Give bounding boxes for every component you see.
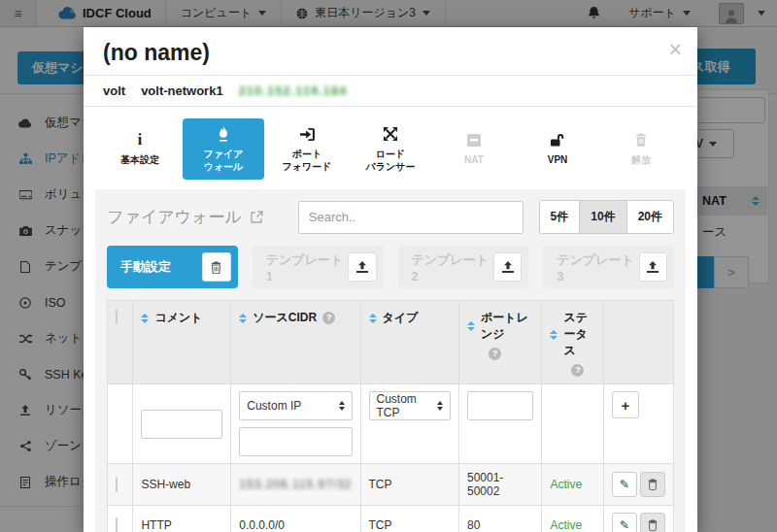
column-label: タイプ bbox=[383, 310, 419, 326]
pencil-icon: ✎ bbox=[620, 518, 629, 532]
sort-icon bbox=[550, 330, 557, 340]
rule-comment: HTTP bbox=[133, 506, 231, 532]
rule-port-range: 50001-50002 bbox=[459, 464, 542, 506]
sort-icon bbox=[239, 314, 247, 323]
template1-button[interactable]: テンプレート1 bbox=[253, 246, 384, 288]
firewall-header-row: ファイアウォール 5件 10件 20件 bbox=[107, 200, 674, 234]
rule-row-ssh-web: SSH-web 153.206.115.97/32 TCP 50001-5000… bbox=[108, 464, 674, 506]
sort-icon bbox=[467, 321, 475, 331]
tab-label: ファイア ウォール bbox=[204, 149, 244, 173]
firewall-section-title: ファイアウォール bbox=[107, 206, 263, 228]
column-label: ステータス bbox=[563, 310, 595, 359]
edit-rule-button[interactable]: ✎ bbox=[612, 472, 637, 497]
column-header-source-cidr[interactable]: ソースCIDR ? bbox=[231, 301, 360, 384]
upload-icon[interactable] bbox=[493, 252, 522, 282]
help-icon[interactable]: ? bbox=[322, 312, 335, 324]
new-rule-row: Custom IP Custom TCP bbox=[108, 384, 674, 464]
column-header-actions bbox=[603, 301, 673, 384]
column-header-port-range[interactable]: ポートレンジ ? bbox=[459, 301, 542, 384]
column-label: ソースCIDR bbox=[253, 310, 317, 326]
sort-icon bbox=[141, 314, 149, 323]
modal-tabs: i 基本設定 ファイア ウォール ポート フォワード ロード バランサー N bbox=[84, 107, 697, 189]
tab-label: VPN bbox=[548, 154, 568, 167]
firewall-rules-table: コメント ソースCIDR ? タイプ ポートレンジ ? bbox=[107, 300, 674, 532]
trash-icon bbox=[635, 131, 647, 149]
tab-load-balancer[interactable]: ロード バランサー bbox=[350, 118, 431, 180]
zone-name: volt bbox=[103, 83, 125, 98]
network-info-bar: volt volt-network1 210.152.119.184 bbox=[84, 76, 697, 107]
help-icon[interactable]: ? bbox=[489, 348, 501, 360]
row-checkbox[interactable] bbox=[116, 477, 118, 492]
rule-status: Active bbox=[542, 464, 604, 506]
port-forward-icon bbox=[300, 125, 315, 143]
delete-rules-button[interactable] bbox=[202, 252, 231, 282]
column-header-type[interactable]: タイプ bbox=[360, 301, 459, 384]
source-select-value: Custom IP bbox=[247, 399, 301, 413]
column-label: コメント bbox=[154, 310, 202, 326]
tab-vpn[interactable]: VPN bbox=[517, 118, 598, 180]
unlock-icon bbox=[551, 131, 565, 149]
new-source-cidr-input[interactable] bbox=[239, 427, 352, 456]
modal-title: (no name) bbox=[103, 40, 678, 66]
modal-header: (no name) × bbox=[84, 27, 697, 76]
expand-arrows-icon bbox=[384, 125, 397, 143]
page-size-10-button[interactable]: 10件 bbox=[579, 201, 625, 233]
firewall-panel: ファイアウォール 5件 10件 20件 手動設定 テンプレート bbox=[95, 189, 686, 532]
new-port-range-input[interactable] bbox=[467, 391, 533, 420]
close-icon[interactable]: × bbox=[669, 39, 682, 61]
row-checkbox[interactable] bbox=[116, 517, 118, 532]
upload-icon[interactable] bbox=[348, 252, 376, 282]
rule-status: Active bbox=[542, 506, 604, 532]
help-icon[interactable]: ? bbox=[571, 364, 584, 377]
trash-icon bbox=[648, 519, 658, 531]
table-header-row: コメント ソースCIDR ? タイプ ポートレンジ ? bbox=[108, 301, 674, 384]
rule-source-cidr: 0.0.0.0/0 bbox=[231, 506, 360, 532]
tab-label: ロード バランサー bbox=[366, 149, 416, 173]
search-input[interactable] bbox=[298, 201, 524, 234]
tab-firewall[interactable]: ファイア ウォール bbox=[183, 118, 264, 180]
tab-label: 基本設定 bbox=[120, 154, 159, 167]
manual-mode-button[interactable]: 手動設定 bbox=[107, 246, 238, 288]
tab-nat: NAT bbox=[433, 118, 515, 180]
plus-icon: + bbox=[622, 397, 630, 414]
trash-icon bbox=[211, 261, 221, 274]
column-label: ポートレンジ bbox=[481, 310, 533, 343]
template3-label: テンプレート3 bbox=[557, 251, 638, 283]
nat-box-icon bbox=[467, 131, 481, 149]
column-header-comment[interactable]: コメント bbox=[133, 301, 231, 384]
tab-label: ポート フォワード bbox=[283, 149, 332, 173]
new-comment-input[interactable] bbox=[141, 410, 222, 439]
add-rule-button[interactable]: + bbox=[612, 391, 639, 418]
type-select-value: Custom TCP bbox=[377, 392, 438, 419]
firewall-title-text: ファイアウォール bbox=[107, 206, 242, 228]
template2-button[interactable]: テンプレート2 bbox=[398, 246, 529, 288]
select-all-checkbox[interactable] bbox=[116, 309, 118, 324]
delete-rule-button[interactable] bbox=[640, 513, 665, 532]
page-size-5-button[interactable]: 5件 bbox=[540, 201, 580, 233]
page-size-20-button[interactable]: 20件 bbox=[626, 201, 673, 233]
upload-icon[interactable] bbox=[639, 252, 667, 282]
select-arrows-icon bbox=[339, 401, 345, 411]
tab-label: 解放 bbox=[631, 154, 651, 167]
info-icon: i bbox=[138, 131, 142, 149]
protocol-type-select[interactable]: Custom TCP bbox=[369, 391, 452, 420]
source-type-select[interactable]: Custom IP bbox=[239, 391, 352, 420]
tab-release: 解放 bbox=[600, 118, 682, 180]
tab-label: NAT bbox=[464, 154, 484, 167]
network-detail-modal: (no name) × volt volt-network1 210.152.1… bbox=[84, 27, 697, 532]
rule-row-http: HTTP 0.0.0.0/0 TCP 80 Active ✎ bbox=[108, 506, 674, 532]
template1-label: テンプレート1 bbox=[266, 251, 348, 283]
select-arrows-icon bbox=[437, 401, 443, 411]
rule-type: TCP bbox=[360, 506, 459, 532]
pencil-icon: ✎ bbox=[620, 478, 629, 491]
external-link-icon[interactable] bbox=[251, 211, 263, 223]
network-name: volt-network1 bbox=[141, 83, 223, 98]
flame-icon bbox=[218, 125, 229, 143]
tab-port-forward[interactable]: ポート フォワード bbox=[266, 118, 348, 180]
column-header-status[interactable]: ステータス ? bbox=[542, 301, 604, 384]
delete-rule-button[interactable] bbox=[640, 472, 665, 497]
firewall-mode-row: 手動設定 テンプレート1 テンプレート2 テンプレート3 bbox=[107, 246, 674, 288]
template3-button[interactable]: テンプレート3 bbox=[543, 246, 674, 288]
edit-rule-button[interactable]: ✎ bbox=[612, 513, 637, 532]
tab-basic-settings[interactable]: i 基本設定 bbox=[99, 118, 181, 180]
